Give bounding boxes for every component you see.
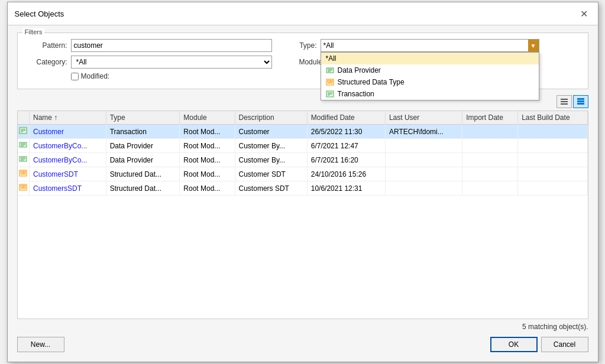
- row-last-user: ARTECH\fdomi...: [385, 125, 462, 139]
- close-button[interactable]: ✕: [578, 7, 591, 20]
- table-row[interactable]: Customer Transaction Root Mod... Custome…: [18, 125, 588, 139]
- trans-icon: [326, 90, 334, 98]
- row-icon-cell: [18, 125, 30, 139]
- type-container: *All ▼ *All: [321, 39, 539, 52]
- svg-rect-13: [561, 101, 568, 102]
- row-type: Structured Dat...: [106, 181, 180, 196]
- row-icon-cell: [18, 139, 30, 153]
- row-last-user: [385, 153, 462, 167]
- title-bar: Select Objects ✕: [8, 2, 598, 25]
- dropdown-item-dataprovider[interactable]: Data Provider: [321, 64, 539, 76]
- dropdown-item-all[interactable]: *All: [321, 53, 539, 64]
- row-import-date: [462, 181, 518, 196]
- dialog-body: Filters Pattern: Type: *All ▼ *All: [8, 25, 598, 362]
- row-module: Root Mod...: [180, 153, 235, 167]
- footer-row: New... OK Cancel: [17, 334, 588, 355]
- row-module: Root Mod...: [180, 167, 235, 181]
- svg-rect-17: [577, 103, 584, 105]
- list-view-icon: [560, 98, 568, 106]
- row-icon-cell: [18, 167, 30, 181]
- filters-group: Filters Pattern: Type: *All ▼ *All: [17, 32, 588, 89]
- dropdown-item-sdt[interactable]: Structured Data Type: [321, 76, 539, 88]
- row-description: Customers SDT: [235, 181, 307, 196]
- row-type: Data Provider: [106, 139, 180, 153]
- col-header-description[interactable]: Description: [235, 111, 307, 125]
- col-header-last-build-date[interactable]: Last Build Date: [518, 111, 587, 125]
- modified-checkbox-label: Modified:: [71, 72, 110, 80]
- footer-buttons: OK Cancel: [490, 337, 588, 352]
- table-row[interactable]: CustomerByCo... Data Provider Root Mod..…: [18, 139, 588, 153]
- sdt-row-icon: [19, 183, 27, 191]
- detail-view-icon: [577, 98, 585, 106]
- row-last-user: [385, 181, 462, 196]
- dropdown-dp-label: Data Provider: [338, 66, 381, 74]
- col-header-module[interactable]: Module: [180, 111, 235, 125]
- row-import-date: [462, 125, 518, 139]
- col-header-last-user[interactable]: Last User: [385, 111, 462, 125]
- row-last-user: [385, 167, 462, 181]
- pattern-label: Pattern:: [26, 41, 67, 50]
- row-icon-cell: [18, 153, 30, 167]
- row-last-build-date: [518, 139, 587, 153]
- pattern-row: Pattern: Type: *All ▼ *All: [26, 39, 580, 52]
- filters-label: Filters: [22, 28, 45, 35]
- row-type: Structured Dat...: [106, 167, 180, 181]
- modified-label: Modified:: [81, 72, 110, 80]
- dp-row-icon: [19, 141, 27, 149]
- row-name: CustomersSDT: [30, 181, 106, 196]
- col-header-import-date[interactable]: Import Date: [462, 111, 518, 125]
- row-module: Root Mod...: [180, 139, 235, 153]
- row-description: Customer By...: [235, 139, 307, 153]
- row-name: CustomerByCo...: [30, 139, 106, 153]
- svg-rect-16: [577, 100, 584, 102]
- col-header-icon[interactable]: [18, 111, 30, 125]
- row-modified-date: 6/7/2021 12:47: [307, 139, 385, 153]
- row-import-date: [462, 153, 518, 167]
- col-header-name[interactable]: Name ↑: [30, 111, 106, 125]
- new-button[interactable]: New...: [17, 337, 64, 352]
- row-last-build-date: [518, 167, 587, 181]
- table-header-row: Name ↑ Type Module Description Modified …: [18, 111, 588, 125]
- sdt-icon: [326, 78, 334, 86]
- status-row: 5 matching object(s).: [17, 323, 588, 331]
- row-module: Root Mod...: [180, 181, 235, 196]
- modified-checkbox[interactable]: [71, 73, 79, 80]
- pattern-input[interactable]: [71, 39, 272, 52]
- row-last-build-date: [518, 153, 587, 167]
- row-description: Customer By...: [235, 153, 307, 167]
- cancel-button[interactable]: Cancel: [541, 337, 588, 352]
- table-row[interactable]: CustomerSDT Structured Dat... Root Mod..…: [18, 167, 588, 181]
- matching-objects-status: 5 matching object(s).: [522, 323, 588, 331]
- select-objects-dialog: Select Objects ✕ Filters Pattern: Type: …: [7, 2, 598, 362]
- type-dropdown: *All Data Provider: [321, 52, 539, 100]
- list-view-button[interactable]: [557, 95, 572, 108]
- table-row[interactable]: CustomersSDT Structured Dat... Root Mod.…: [18, 181, 588, 196]
- category-label: Category:: [26, 58, 67, 66]
- row-modified-date: 26/5/2022 11:30: [307, 125, 385, 139]
- type-dropdown-arrow: ▼: [528, 40, 539, 51]
- table-row[interactable]: CustomerByCo... Data Provider Root Mod..…: [18, 153, 588, 167]
- col-header-modified-date[interactable]: Modified Date: [307, 111, 385, 125]
- category-select[interactable]: *All: [71, 56, 272, 69]
- ok-button[interactable]: OK: [490, 337, 538, 352]
- dp-icon: [326, 66, 334, 74]
- type-value: *All: [323, 41, 334, 50]
- row-description: Customer SDT: [235, 167, 307, 181]
- col-header-type[interactable]: Type: [106, 111, 180, 125]
- svg-rect-15: [577, 98, 584, 100]
- detail-view-button[interactable]: [573, 95, 588, 108]
- row-name: CustomerSDT: [30, 167, 106, 181]
- dropdown-sdt-label: Structured Data Type: [338, 78, 405, 86]
- row-last-build-date: [518, 125, 587, 139]
- row-icon-cell: [18, 181, 30, 196]
- row-module: Root Mod...: [180, 125, 235, 139]
- row-last-build-date: [518, 181, 587, 196]
- dropdown-all-label: *All: [326, 54, 337, 63]
- svg-rect-12: [561, 99, 568, 100]
- sdt-row-icon: [19, 169, 27, 177]
- type-select-button[interactable]: *All ▼: [321, 39, 539, 52]
- row-name: Customer: [30, 125, 106, 139]
- row-type: Transaction: [106, 125, 180, 139]
- table-body: Customer Transaction Root Mod... Custome…: [18, 125, 588, 196]
- dropdown-item-transaction[interactable]: Transaction: [321, 88, 539, 100]
